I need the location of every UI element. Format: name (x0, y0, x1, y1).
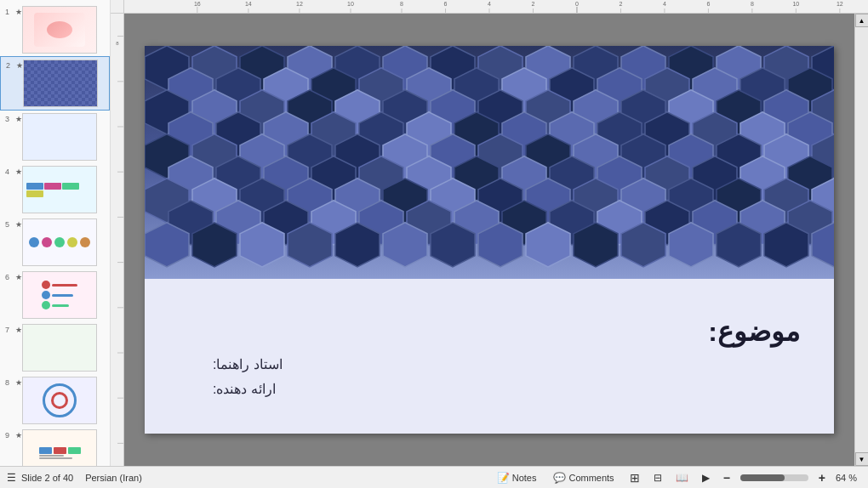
top-ruler-row: 16 14 12 10 8 6 4 2 (111, 0, 868, 14)
status-right: 📝 Notes 💬 Comments ⊞ ⊟ 📖 ▶ − + 64 % (492, 469, 861, 486)
thumb-img-9 (22, 429, 97, 466)
slide-lower-content: موضوع: استاد راهنما: ارائه دهنده: (145, 279, 834, 434)
slide-thumb-5[interactable]: 5 ★ (0, 216, 110, 269)
slide-thumb-3[interactable]: 3 ★ (0, 111, 110, 163)
star-icon-1: ★ (15, 6, 22, 16)
zoom-level[interactable]: 64 % (836, 473, 861, 483)
status-bar: ☰ Slide 2 of 40 Persian (Iran) 📝 Notes 💬… (0, 466, 868, 488)
slide-panel: 1 ★ 2 ★ 3 ★ (0, 0, 111, 466)
svg-text:8: 8 (751, 1, 754, 7)
svg-text:2: 2 (619, 1, 622, 7)
comments-button[interactable]: 💬 Comments (548, 470, 619, 485)
scroll-up-button[interactable]: ▲ (855, 14, 869, 27)
notes-button[interactable]: 📝 Notes (492, 470, 542, 485)
thumb-img-5 (22, 218, 97, 266)
svg-text:2: 2 (532, 1, 535, 7)
svg-text:10: 10 (347, 1, 354, 7)
svg-text:12: 12 (296, 1, 303, 7)
slide-sorter-button[interactable]: ⊟ (650, 470, 665, 485)
svg-text:10: 10 (792, 1, 799, 7)
svg-text:4: 4 (663, 1, 666, 7)
svg-text:0: 0 (575, 1, 579, 7)
ruler-corner (111, 0, 124, 14)
star-icon-2: ★ (16, 60, 23, 70)
slide-thumb-9[interactable]: 9 ★ (0, 427, 110, 466)
ruler-horizontal: 16 14 12 10 8 6 4 2 (124, 0, 854, 14)
zoom-slider[interactable] (740, 474, 808, 481)
zoom-out-button[interactable]: − (720, 469, 734, 486)
slide-number-8: 8 (5, 377, 15, 387)
star-icon-9: ★ (15, 429, 22, 440)
slide-number-5: 5 (5, 218, 15, 229)
reading-view-button[interactable]: 📖 (672, 470, 692, 485)
scroll-corner-top (854, 0, 868, 14)
scroll-track[interactable] (855, 27, 868, 452)
slide-instructor: استاد راهنما: (213, 356, 283, 372)
slide-panel-toggle[interactable]: ☰ (7, 472, 16, 484)
svg-text:4: 4 (488, 1, 491, 7)
thumb-img-2 (23, 60, 98, 107)
slide-number-7: 7 (5, 324, 15, 334)
scroll-down-button[interactable]: ▼ (855, 452, 869, 466)
slide-number-1: 1 (5, 6, 15, 16)
star-icon-4: ★ (15, 166, 22, 176)
canvas-row: 8 (111, 14, 868, 466)
slideshow-button[interactable]: ▶ (699, 470, 713, 485)
svg-text:6: 6 (706, 1, 710, 7)
svg-text:12: 12 (837, 1, 843, 7)
canvas-area: 16 14 12 10 8 6 4 2 (111, 0, 868, 466)
thumb-img-1 (22, 6, 97, 54)
svg-text:14: 14 (245, 1, 252, 7)
star-icon-3: ★ (15, 113, 22, 123)
slide-number-9: 9 (5, 429, 15, 440)
language-indicator: Persian (Iran) (85, 473, 142, 483)
star-icon-5: ★ (15, 218, 22, 229)
slide-thumb-8[interactable]: 8 ★ (0, 374, 110, 427)
svg-text:16: 16 (194, 1, 201, 7)
slide-thumb-7[interactable]: 7 ★ (0, 321, 110, 374)
notes-icon: 📝 (497, 472, 510, 484)
comments-label: Comments (568, 473, 614, 483)
slide-canvas: موضوع: استاد راهنما: ارائه دهنده: (124, 14, 854, 466)
slide-thumb-6[interactable]: 6 ★ (0, 269, 110, 321)
slide-info: Slide 2 of 40 (21, 473, 73, 483)
vertical-scrollbar: ▲ ▼ (854, 14, 868, 466)
slide-thumb-2[interactable]: 2 ★ (0, 56, 110, 111)
svg-text:6: 6 (444, 1, 448, 7)
normal-view-button[interactable]: ⊞ (626, 469, 643, 486)
slide-thumb-4[interactable]: 4 ★ (0, 163, 110, 216)
slide-presenter: ارائه دهنده: (213, 381, 276, 397)
slide-number-4: 4 (5, 166, 15, 176)
notes-label: Notes (512, 473, 537, 483)
thumb-img-7 (22, 324, 97, 372)
thumb-img-3 (22, 113, 97, 161)
slide-number-3: 3 (5, 113, 15, 123)
star-icon-6: ★ (15, 271, 22, 281)
hex-background (145, 46, 834, 279)
status-left: ☰ Slide 2 of 40 Persian (Iran) (7, 472, 142, 484)
ruler-vertical: 8 (111, 14, 124, 466)
star-icon-8: ★ (15, 377, 22, 387)
thumb-img-6 (22, 271, 97, 319)
zoom-in-button[interactable]: + (815, 469, 829, 486)
slide-title: موضوع: (708, 315, 800, 348)
zoom-fill (740, 474, 785, 481)
svg-text:8: 8 (400, 1, 403, 7)
slide-content: موضوع: استاد راهنما: ارائه دهنده: (145, 46, 834, 434)
slide-thumb-1[interactable]: 1 ★ (0, 3, 110, 56)
main-area: 1 ★ 2 ★ 3 ★ (0, 0, 868, 466)
thumb-img-8 (22, 377, 97, 424)
slide-number-6: 6 (5, 271, 15, 281)
comments-icon: 💬 (553, 472, 566, 484)
thumb-img-4 (22, 166, 97, 213)
slide-number-2: 2 (6, 60, 16, 70)
star-icon-7: ★ (15, 324, 22, 334)
